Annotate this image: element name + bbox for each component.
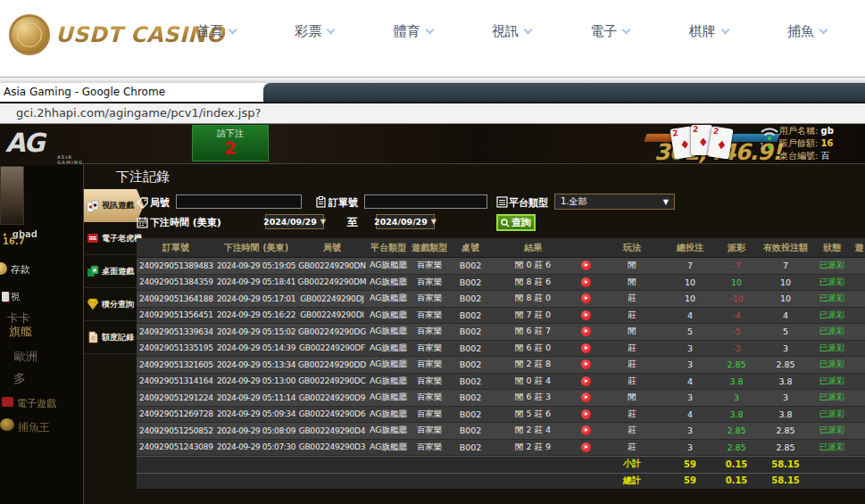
rail-video-tab[interactable]: 視 xyxy=(2,290,20,303)
cell-result: 閒 6 莊 7 xyxy=(492,324,574,340)
cell-game-type: 百家樂 xyxy=(410,390,449,406)
replay-button[interactable] xyxy=(581,326,591,336)
calendar-icon xyxy=(137,217,148,228)
cell-total-bet: 3 xyxy=(667,423,713,439)
nav-item-3[interactable]: 視訊 xyxy=(492,23,531,40)
header-col-result: 結果 xyxy=(492,238,574,257)
cell-play-type: 閒 xyxy=(597,324,667,340)
cell-round-no: GB002249290DM xyxy=(297,275,367,291)
nav-item-label: 電子 xyxy=(590,23,617,40)
cell-table-no: B002 xyxy=(449,423,492,439)
cell-bet-time: 2024-09-29 05:13:00 xyxy=(215,374,297,390)
cell-table-no: B002 xyxy=(449,291,492,307)
cell-round-no: GB002249290DF xyxy=(297,341,367,357)
cell-play-type: 莊 xyxy=(597,308,667,324)
balance-label: 賬戶餘額: xyxy=(779,138,818,148)
cell-clipped xyxy=(853,407,865,423)
cell-bet-time: 2024-09-29 05:15:02 xyxy=(215,324,297,340)
replay-button[interactable] xyxy=(581,310,591,320)
sidebar-item-1[interactable]: 777電子老虎機 xyxy=(84,222,137,255)
slot-icon xyxy=(2,397,13,407)
sum-spacer xyxy=(137,474,597,489)
fishing-tab[interactable]: 捕魚王 xyxy=(0,418,50,435)
svg-text:♠: ♠ xyxy=(92,267,96,273)
cell-table-no: B002 xyxy=(449,407,492,423)
cell-payout: 2.85 xyxy=(713,423,760,439)
nav-item-label: 體育 xyxy=(394,23,420,40)
cell-total-bet: 5 xyxy=(667,324,713,340)
nav-item-1[interactable]: 彩票 xyxy=(295,23,334,40)
table-row: 2409290513396342024-09-29 05:15:02GB0022… xyxy=(137,324,865,341)
hall-tab[interactable]: 歐洲 xyxy=(14,349,37,365)
cell-result: 閒 0 莊 4 xyxy=(492,374,574,390)
sidebar-item-2[interactable]: ♠桌面遊戲 xyxy=(84,255,137,288)
date-from-select[interactable]: 2024/09/29▼ xyxy=(265,214,324,229)
cell-bet-time: 2024-09-29 05:16:22 xyxy=(215,308,297,324)
replay-button[interactable] xyxy=(581,260,591,270)
deposit-button[interactable]: 存款 xyxy=(11,263,30,277)
cell-round-no: GB002249290D3 xyxy=(297,440,367,456)
search-button[interactable]: 查詢 xyxy=(496,214,536,231)
cell-order-no: 240929051314164 xyxy=(137,374,215,390)
cell-play-type: 莊 xyxy=(597,357,667,373)
points-query-icon xyxy=(87,298,99,310)
replay-button[interactable] xyxy=(581,359,591,369)
replay-button[interactable] xyxy=(581,343,591,353)
cell-order-no: 240929051339634 xyxy=(137,324,215,340)
header-col-round: 局號 xyxy=(297,238,367,257)
magnifier-icon xyxy=(501,219,510,227)
cell-replay xyxy=(574,407,597,423)
rail-balance: 16.7 xyxy=(3,236,25,246)
cell-total-bet: 4 xyxy=(667,374,713,390)
cell-result: 閒 6 莊 3 xyxy=(492,390,574,406)
round-input[interactable] xyxy=(176,194,302,209)
cell-status: 已派彩 xyxy=(811,357,853,373)
nav-item-0[interactable]: 首頁 xyxy=(196,23,236,40)
cell-clipped xyxy=(853,357,865,373)
sidebar-item-label: 視訊遊戲 xyxy=(102,200,134,211)
table-number-indicator: 1 xyxy=(760,143,764,151)
electronic-games-tab[interactable]: 電子遊戲 xyxy=(2,397,56,410)
bet-records-modal: 下注記錄 視訊遊戲777電子老虎機♠桌面遊戲積分查詢額度記錄 局號 訂單號 平台… xyxy=(83,163,865,504)
replay-button[interactable] xyxy=(581,442,591,452)
cell-payout: 3.8 xyxy=(713,374,760,390)
cell-payout: -3 xyxy=(713,341,760,357)
replay-button[interactable] xyxy=(581,376,591,386)
header-col-status: 狀態 xyxy=(811,238,853,257)
cell-order-no: 240929051243089 xyxy=(137,440,215,456)
hall-tab[interactable]: 旗艦 xyxy=(9,324,32,340)
replay-button[interactable] xyxy=(581,409,591,419)
cell-status: 已派彩 xyxy=(811,407,853,423)
nav-item-2[interactable]: 體育 xyxy=(394,23,433,40)
cell-result: 閒 8 莊 6 xyxy=(492,275,574,291)
nav-item-5[interactable]: 棋牌 xyxy=(689,23,728,40)
cell-game-type: 百家樂 xyxy=(410,407,449,423)
cell-bet-time: 2024-09-29 05:11:14 xyxy=(215,390,297,406)
cell-result: 閒 2 莊 4 xyxy=(492,423,574,439)
modal-title: 下注記錄 xyxy=(116,169,170,186)
cell-play-type: 莊 xyxy=(597,341,667,357)
sidebar-item-3[interactable]: 積分查詢 xyxy=(84,288,137,321)
cell-total-bet: 10 xyxy=(667,275,713,291)
sidebar-item-0[interactable]: 視訊遊戲 xyxy=(84,189,144,222)
cell-result: 閒 5 莊 6 xyxy=(492,407,574,423)
cell-status: 已派彩 xyxy=(811,258,853,274)
url-bar[interactable]: gci.2hhapi.com/agingame/pcv1/index.jsp? xyxy=(0,103,865,124)
platform-type-value: 1.全部 xyxy=(561,195,587,208)
hall-tab[interactable]: 多 xyxy=(13,371,26,387)
cell-payout: 3.8 xyxy=(713,407,760,423)
cell-result: 閒 2 莊 9 xyxy=(492,440,574,456)
replay-button[interactable] xyxy=(581,426,591,435)
cell-clipped xyxy=(853,440,865,456)
replay-button[interactable] xyxy=(581,392,591,402)
sidebar-item-4[interactable]: 額度記錄 xyxy=(84,321,137,354)
nav-item-6[interactable]: 捕魚 xyxy=(787,23,827,40)
platform-type-select[interactable]: 1.全部 ▼ xyxy=(554,194,675,210)
replay-button[interactable] xyxy=(581,277,591,287)
nav-item-4[interactable]: 電子 xyxy=(590,23,629,40)
replay-button[interactable] xyxy=(581,293,591,303)
date-to-select[interactable]: 2024/09/29▼ xyxy=(376,214,435,229)
window-title-bar[interactable]: Asia Gaming - Google Chrome xyxy=(0,83,865,102)
site-logo[interactable]: USDT CASINO xyxy=(9,14,225,55)
order-input[interactable] xyxy=(364,194,487,209)
